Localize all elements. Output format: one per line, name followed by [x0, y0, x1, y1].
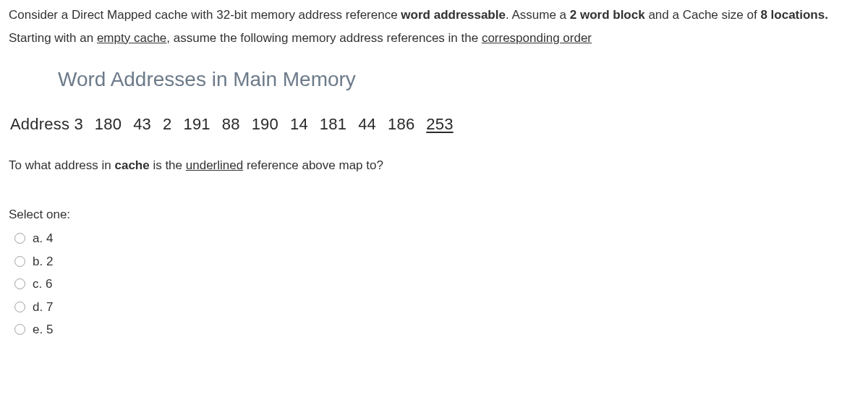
address-value-9: 44 [358, 115, 376, 133]
address-value-3: 2 [163, 115, 171, 133]
option-radio-b[interactable] [14, 256, 25, 267]
intro-text-1: Consider a Direct Mapped cache with 32-b… [9, 8, 401, 22]
address-value-8: 181 [320, 115, 346, 133]
option-a[interactable]: a. 4 [14, 229, 859, 248]
option-e[interactable]: e. 5 [14, 320, 859, 339]
option-radio-d[interactable] [14, 302, 25, 312]
followup-text-1: To what address in [9, 158, 114, 172]
address-value-11: 253 [426, 115, 453, 133]
option-label-c: c. 6 [33, 275, 52, 294]
intro-text-3: and a Cache size of [645, 8, 761, 22]
followup-bold-1: cache [114, 158, 149, 172]
address-value-6: 190 [252, 115, 278, 133]
address-value-2: 43 [133, 115, 151, 133]
address-value-10: 186 [388, 115, 414, 133]
followup-text-3: reference above map to? [243, 158, 383, 172]
address-value-0: 3 [74, 115, 82, 133]
followup-text-2: is the [150, 158, 186, 172]
option-label-b: b. 2 [33, 252, 53, 271]
options-group: a. 4b. 2c. 6d. 7e. 5 [9, 229, 859, 339]
option-radio-e[interactable] [14, 324, 25, 335]
option-label-e: e. 5 [33, 320, 53, 339]
option-label-a: a. 4 [33, 229, 53, 248]
address-value-1: 180 [95, 115, 122, 133]
address-value-4: 191 [183, 115, 210, 133]
address-row: Address 3180432191881901418144186253 [10, 112, 859, 136]
select-one-label: Select one: [9, 205, 859, 224]
option-d[interactable]: d. 7 [14, 298, 859, 317]
question-starting: Starting with an empty cache, assume the… [9, 29, 859, 48]
option-label-d: d. 7 [33, 298, 53, 317]
option-radio-a[interactable] [14, 233, 25, 244]
section-heading: Word Addresses in Main Memory [58, 64, 859, 95]
starting-underline-1: empty cache [97, 31, 166, 45]
address-value-7: 14 [290, 115, 308, 133]
option-b[interactable]: b. 2 [14, 252, 859, 271]
intro-bold-3: 8 locations. [760, 8, 828, 22]
question-intro: Consider a Direct Mapped cache with 32-b… [9, 6, 859, 25]
intro-text-2: . Assume a [506, 8, 570, 22]
intro-bold-1: word addressable [401, 8, 506, 22]
followup-underline-1: underlined [186, 158, 243, 172]
followup-question: To what address in cache is the underlin… [9, 156, 859, 175]
option-c[interactable]: c. 6 [14, 275, 859, 294]
starting-text-1: Starting with an [9, 31, 97, 45]
starting-underline-2: corresponding order [482, 31, 592, 45]
intro-bold-2: 2 word block [570, 8, 645, 22]
address-label: Address [10, 115, 69, 133]
option-radio-c[interactable] [14, 278, 25, 289]
address-value-5: 88 [222, 115, 240, 133]
starting-text-2: , assume the following memory address re… [166, 31, 482, 45]
